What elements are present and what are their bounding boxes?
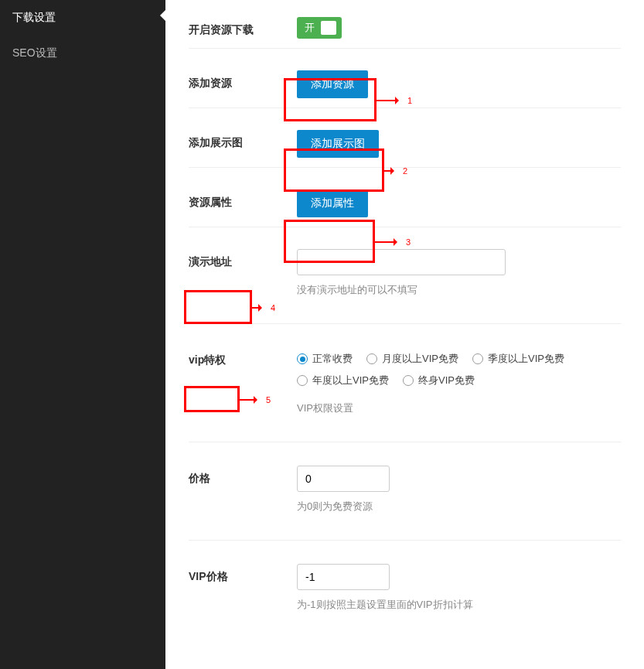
- radio-icon: [297, 353, 308, 364]
- label-add-showcase: 添加展示图: [189, 130, 281, 150]
- add-attribute-button[interactable]: 添加属性: [297, 189, 368, 217]
- radio-quarterly-vip-free[interactable]: 季度以上VIP免费: [472, 352, 564, 366]
- label-vip: vip特权: [189, 347, 281, 367]
- radio-monthly-vip-free[interactable]: 月度以上VIP免费: [366, 352, 458, 366]
- add-resource-button[interactable]: 添加资源: [297, 70, 368, 98]
- sidebar-item-seo-settings[interactable]: SEO设置: [0, 36, 165, 71]
- add-showcase-button[interactable]: 添加展示图: [297, 130, 379, 158]
- radio-label: 正常收费: [312, 352, 353, 366]
- radio-icon: [297, 375, 308, 386]
- price-help: 为0则为免费资源: [297, 500, 621, 514]
- demo-url-input[interactable]: [297, 249, 506, 275]
- label-price: 价格: [189, 466, 281, 486]
- sidebar-item-label: SEO设置: [12, 46, 57, 59]
- radio-yearly-vip-free[interactable]: 年度以上VIP免费: [297, 374, 389, 387]
- radio-icon: [472, 353, 483, 364]
- vip-price-help: 为-1则按照主题设置里面的VIP折扣计算: [297, 598, 621, 612]
- label-resource-attr: 资源属性: [189, 189, 281, 210]
- toggle-text: 开: [305, 21, 315, 35]
- label-vip-price: VIP价格: [189, 564, 281, 584]
- radio-label: 季度以上VIP免费: [488, 352, 564, 366]
- radio-icon: [403, 375, 414, 386]
- radio-label: 年度以上VIP免费: [312, 374, 389, 387]
- sidebar-item-download-settings[interactable]: 下载设置: [0, 0, 165, 36]
- radio-label: 月度以上VIP免费: [382, 352, 458, 366]
- radio-lifetime-vip-free[interactable]: 终身VIP免费: [403, 374, 475, 387]
- radio-normal-charge[interactable]: 正常收费: [297, 352, 353, 366]
- radio-label: 终身VIP免费: [418, 374, 475, 387]
- label-enable-download: 开启资源下载: [189, 17, 281, 37]
- settings-panel: 开启资源下载 开 添加资源 添加资源 添加展示图 添加展示图: [165, 0, 644, 669]
- vip-price-input[interactable]: [297, 564, 390, 590]
- vip-radio-group: 正常收费 月度以上VIP免费 季度以上VIP免费 年度以上VIP免费: [297, 347, 621, 387]
- label-add-resource: 添加资源: [189, 70, 281, 90]
- radio-icon: [366, 353, 377, 364]
- toggle-knob: [321, 21, 336, 35]
- price-input[interactable]: [297, 466, 390, 492]
- label-demo-url: 演示地址: [189, 249, 281, 269]
- sidebar-item-label: 下载设置: [12, 11, 56, 23]
- vip-help: VIP权限设置: [297, 401, 621, 415]
- sidebar: 下载设置 SEO设置: [0, 0, 165, 669]
- toggle-enable-download[interactable]: 开: [297, 17, 342, 39]
- demo-url-help: 没有演示地址的可以不填写: [297, 283, 621, 297]
